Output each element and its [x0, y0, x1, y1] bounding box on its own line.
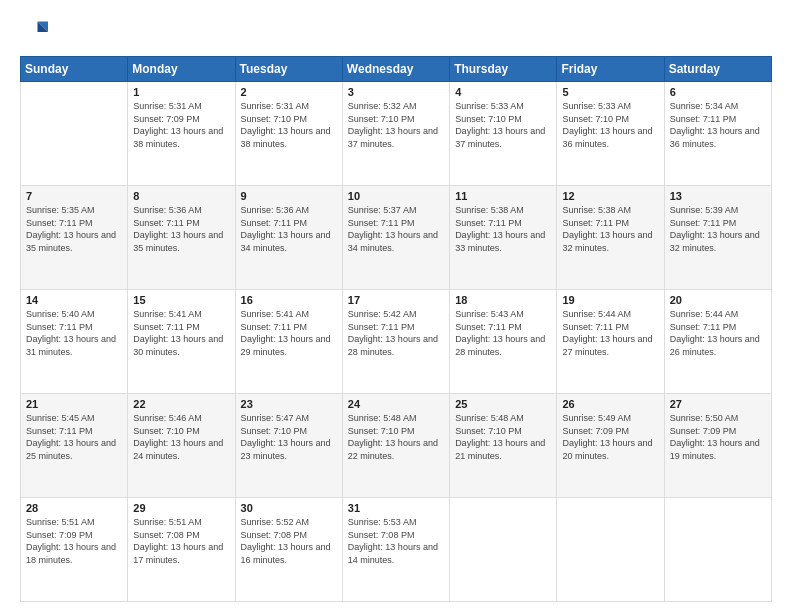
day-cell: 1Sunrise: 5:31 AMSunset: 7:09 PMDaylight…: [128, 82, 235, 186]
day-cell: 23Sunrise: 5:47 AMSunset: 7:10 PMDayligh…: [235, 394, 342, 498]
day-info: Sunrise: 5:43 AMSunset: 7:11 PMDaylight:…: [455, 308, 551, 358]
weekday-header-thursday: Thursday: [450, 57, 557, 82]
day-cell: [450, 498, 557, 602]
week-row-3: 21Sunrise: 5:45 AMSunset: 7:11 PMDayligh…: [21, 394, 772, 498]
day-cell: 20Sunrise: 5:44 AMSunset: 7:11 PMDayligh…: [664, 290, 771, 394]
day-number: 20: [670, 294, 766, 306]
day-number: 23: [241, 398, 337, 410]
day-number: 2: [241, 86, 337, 98]
weekday-header-tuesday: Tuesday: [235, 57, 342, 82]
week-row-4: 28Sunrise: 5:51 AMSunset: 7:09 PMDayligh…: [21, 498, 772, 602]
day-cell: 15Sunrise: 5:41 AMSunset: 7:11 PMDayligh…: [128, 290, 235, 394]
day-number: 22: [133, 398, 229, 410]
day-info: Sunrise: 5:31 AMSunset: 7:09 PMDaylight:…: [133, 100, 229, 150]
day-number: 21: [26, 398, 122, 410]
day-info: Sunrise: 5:39 AMSunset: 7:11 PMDaylight:…: [670, 204, 766, 254]
day-info: Sunrise: 5:32 AMSunset: 7:10 PMDaylight:…: [348, 100, 444, 150]
day-info: Sunrise: 5:37 AMSunset: 7:11 PMDaylight:…: [348, 204, 444, 254]
weekday-header-monday: Monday: [128, 57, 235, 82]
day-cell: 21Sunrise: 5:45 AMSunset: 7:11 PMDayligh…: [21, 394, 128, 498]
day-info: Sunrise: 5:36 AMSunset: 7:11 PMDaylight:…: [241, 204, 337, 254]
day-number: 1: [133, 86, 229, 98]
page: SundayMondayTuesdayWednesdayThursdayFrid…: [0, 0, 792, 612]
day-info: Sunrise: 5:41 AMSunset: 7:11 PMDaylight:…: [133, 308, 229, 358]
day-info: Sunrise: 5:44 AMSunset: 7:11 PMDaylight:…: [562, 308, 658, 358]
day-number: 25: [455, 398, 551, 410]
day-number: 31: [348, 502, 444, 514]
day-cell: 12Sunrise: 5:38 AMSunset: 7:11 PMDayligh…: [557, 186, 664, 290]
day-cell: 2Sunrise: 5:31 AMSunset: 7:10 PMDaylight…: [235, 82, 342, 186]
day-info: Sunrise: 5:53 AMSunset: 7:08 PMDaylight:…: [348, 516, 444, 566]
day-cell: 28Sunrise: 5:51 AMSunset: 7:09 PMDayligh…: [21, 498, 128, 602]
day-info: Sunrise: 5:50 AMSunset: 7:09 PMDaylight:…: [670, 412, 766, 462]
weekday-header-row: SundayMondayTuesdayWednesdayThursdayFrid…: [21, 57, 772, 82]
day-info: Sunrise: 5:38 AMSunset: 7:11 PMDaylight:…: [455, 204, 551, 254]
day-number: 4: [455, 86, 551, 98]
day-number: 27: [670, 398, 766, 410]
day-number: 30: [241, 502, 337, 514]
day-cell: [21, 82, 128, 186]
day-cell: 31Sunrise: 5:53 AMSunset: 7:08 PMDayligh…: [342, 498, 449, 602]
day-info: Sunrise: 5:35 AMSunset: 7:11 PMDaylight:…: [26, 204, 122, 254]
day-info: Sunrise: 5:34 AMSunset: 7:11 PMDaylight:…: [670, 100, 766, 150]
day-cell: [664, 498, 771, 602]
day-cell: 10Sunrise: 5:37 AMSunset: 7:11 PMDayligh…: [342, 186, 449, 290]
day-cell: 26Sunrise: 5:49 AMSunset: 7:09 PMDayligh…: [557, 394, 664, 498]
day-number: 19: [562, 294, 658, 306]
day-cell: 8Sunrise: 5:36 AMSunset: 7:11 PMDaylight…: [128, 186, 235, 290]
day-number: 6: [670, 86, 766, 98]
day-number: 10: [348, 190, 444, 202]
day-cell: 9Sunrise: 5:36 AMSunset: 7:11 PMDaylight…: [235, 186, 342, 290]
day-cell: [557, 498, 664, 602]
day-cell: 6Sunrise: 5:34 AMSunset: 7:11 PMDaylight…: [664, 82, 771, 186]
day-info: Sunrise: 5:52 AMSunset: 7:08 PMDaylight:…: [241, 516, 337, 566]
day-cell: 18Sunrise: 5:43 AMSunset: 7:11 PMDayligh…: [450, 290, 557, 394]
day-info: Sunrise: 5:31 AMSunset: 7:10 PMDaylight:…: [241, 100, 337, 150]
day-info: Sunrise: 5:33 AMSunset: 7:10 PMDaylight:…: [455, 100, 551, 150]
day-info: Sunrise: 5:47 AMSunset: 7:10 PMDaylight:…: [241, 412, 337, 462]
day-number: 5: [562, 86, 658, 98]
weekday-header-friday: Friday: [557, 57, 664, 82]
day-info: Sunrise: 5:51 AMSunset: 7:09 PMDaylight:…: [26, 516, 122, 566]
day-cell: 16Sunrise: 5:41 AMSunset: 7:11 PMDayligh…: [235, 290, 342, 394]
header: [20, 18, 772, 46]
day-number: 24: [348, 398, 444, 410]
day-number: 26: [562, 398, 658, 410]
day-cell: 5Sunrise: 5:33 AMSunset: 7:10 PMDaylight…: [557, 82, 664, 186]
logo: [20, 18, 52, 46]
day-info: Sunrise: 5:45 AMSunset: 7:11 PMDaylight:…: [26, 412, 122, 462]
day-cell: 11Sunrise: 5:38 AMSunset: 7:11 PMDayligh…: [450, 186, 557, 290]
day-info: Sunrise: 5:33 AMSunset: 7:10 PMDaylight:…: [562, 100, 658, 150]
day-cell: 30Sunrise: 5:52 AMSunset: 7:08 PMDayligh…: [235, 498, 342, 602]
day-cell: 22Sunrise: 5:46 AMSunset: 7:10 PMDayligh…: [128, 394, 235, 498]
weekday-header-wednesday: Wednesday: [342, 57, 449, 82]
day-number: 3: [348, 86, 444, 98]
calendar-table: SundayMondayTuesdayWednesdayThursdayFrid…: [20, 56, 772, 602]
day-cell: 24Sunrise: 5:48 AMSunset: 7:10 PMDayligh…: [342, 394, 449, 498]
day-cell: 7Sunrise: 5:35 AMSunset: 7:11 PMDaylight…: [21, 186, 128, 290]
day-info: Sunrise: 5:48 AMSunset: 7:10 PMDaylight:…: [455, 412, 551, 462]
day-number: 29: [133, 502, 229, 514]
day-info: Sunrise: 5:49 AMSunset: 7:09 PMDaylight:…: [562, 412, 658, 462]
logo-icon: [20, 18, 48, 46]
day-cell: 17Sunrise: 5:42 AMSunset: 7:11 PMDayligh…: [342, 290, 449, 394]
day-number: 11: [455, 190, 551, 202]
day-number: 14: [26, 294, 122, 306]
day-number: 7: [26, 190, 122, 202]
day-cell: 19Sunrise: 5:44 AMSunset: 7:11 PMDayligh…: [557, 290, 664, 394]
day-number: 13: [670, 190, 766, 202]
day-number: 9: [241, 190, 337, 202]
day-cell: 25Sunrise: 5:48 AMSunset: 7:10 PMDayligh…: [450, 394, 557, 498]
day-cell: 27Sunrise: 5:50 AMSunset: 7:09 PMDayligh…: [664, 394, 771, 498]
day-number: 18: [455, 294, 551, 306]
day-number: 16: [241, 294, 337, 306]
day-cell: 13Sunrise: 5:39 AMSunset: 7:11 PMDayligh…: [664, 186, 771, 290]
week-row-2: 14Sunrise: 5:40 AMSunset: 7:11 PMDayligh…: [21, 290, 772, 394]
day-cell: 4Sunrise: 5:33 AMSunset: 7:10 PMDaylight…: [450, 82, 557, 186]
day-info: Sunrise: 5:48 AMSunset: 7:10 PMDaylight:…: [348, 412, 444, 462]
day-info: Sunrise: 5:42 AMSunset: 7:11 PMDaylight:…: [348, 308, 444, 358]
day-number: 8: [133, 190, 229, 202]
day-info: Sunrise: 5:41 AMSunset: 7:11 PMDaylight:…: [241, 308, 337, 358]
day-cell: 29Sunrise: 5:51 AMSunset: 7:08 PMDayligh…: [128, 498, 235, 602]
weekday-header-sunday: Sunday: [21, 57, 128, 82]
